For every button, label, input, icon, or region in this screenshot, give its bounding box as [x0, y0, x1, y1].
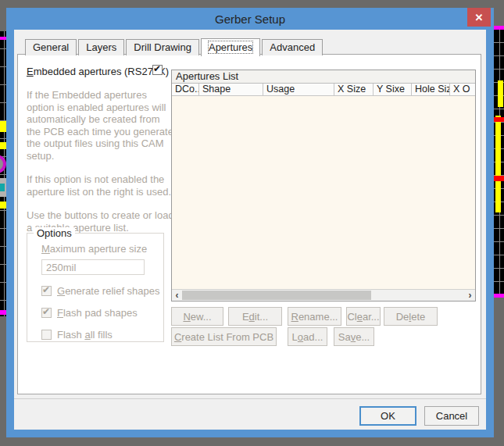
column-header-shape[interactable]: Shape	[199, 84, 263, 95]
footer-separator	[14, 398, 486, 399]
tab-general[interactable]: General	[25, 39, 77, 55]
column-header-x-offset[interactable]: X O	[450, 84, 475, 95]
column-header-y-size[interactable]: Y Sixe	[374, 84, 412, 95]
description-text: If the Embedded apertures option is enab…	[27, 89, 175, 245]
flash-all-fills-checkbox[interactable]	[41, 330, 52, 340]
list-buttons-row-1: New... Edit... Rename... Clear... Delete	[171, 307, 438, 326]
tab-drill-drawing[interactable]: Drill Drawing	[126, 39, 199, 55]
delete-button[interactable]: Delete	[384, 307, 438, 326]
column-header-x-size[interactable]: X Size	[334, 84, 374, 95]
tab-strip: General Layers Drill Drawing Apertures A…	[25, 37, 324, 55]
clear-button[interactable]: Clear...	[346, 307, 381, 326]
scroll-right-icon[interactable]: ›	[465, 290, 475, 301]
create-list-from-pcb-button[interactable]: Create List From PCB	[171, 327, 277, 346]
pcb-trace-yellow	[498, 80, 503, 107]
pcb-background-right	[494, 30, 504, 298]
flash-pad-shapes-checkbox[interactable]	[41, 308, 52, 318]
flash-all-fills-label: Flash all fills	[57, 329, 113, 341]
pcb-trace-magenta	[0, 310, 6, 315]
scrollbar-thumb[interactable]	[182, 291, 371, 300]
flash-pad-shapes-row: Flash pad shapes	[41, 307, 159, 319]
pcb-trace-red	[494, 117, 504, 122]
apertures-list-title: Apertures List	[172, 70, 475, 84]
column-header-hole-size[interactable]: Hole Size	[412, 84, 450, 95]
apertures-tab-panel: Embedded apertures (RS274X) If the Embed…	[17, 54, 481, 394]
description-paragraph: If the Embedded apertures option is enab…	[27, 89, 175, 162]
apertures-list-body[interactable]	[172, 96, 475, 289]
edit-button[interactable]: Edit...	[228, 307, 282, 326]
flash-all-fills-row: Flash all fills	[41, 329, 159, 341]
generate-relief-shapes-label: Generate relief shapes	[57, 285, 160, 297]
column-header-usage[interactable]: Usage	[263, 84, 334, 95]
pcb-trace-yellow	[0, 121, 6, 132]
tab-apertures[interactable]: Apertures	[201, 38, 260, 56]
gerber-setup-dialog: Gerber Setup ✕ General Layers Drill Draw…	[6, 8, 494, 437]
column-header-dcode[interactable]: DCo...	[172, 84, 199, 95]
generate-relief-shapes-row: Generate relief shapes	[41, 285, 159, 297]
dialog-client-area: General Layers Drill Drawing Apertures A…	[14, 30, 486, 430]
save-button[interactable]: Save...	[334, 327, 374, 346]
load-button[interactable]: Load...	[288, 327, 327, 346]
apertures-list-header: DCo... Shape Usage X Size Y Sixe Hole Si…	[172, 84, 475, 96]
pcb-background-left	[0, 31, 6, 316]
cancel-button[interactable]: Cancel	[424, 406, 479, 426]
flash-pad-shapes-label: Flash pad shapes	[57, 307, 138, 319]
list-buttons-row-2: Create List From PCB Load... Save...	[171, 327, 374, 346]
description-paragraph: If this option is not enabled the apertu…	[27, 173, 175, 198]
close-button[interactable]: ✕	[467, 8, 491, 27]
pcb-trace-yellow	[0, 202, 6, 209]
pcb-trace-yellow	[495, 116, 501, 212]
generate-relief-shapes-checkbox[interactable]	[41, 286, 52, 296]
max-aperture-size-label: Maximum aperture size	[41, 243, 159, 255]
pcb-trace-magenta	[494, 26, 504, 30]
embedded-apertures-checkbox[interactable]	[152, 65, 163, 75]
ok-button[interactable]: OK	[359, 406, 416, 426]
apertures-list-panel: Apertures List DCo... Shape Usage X Size…	[171, 70, 476, 301]
pcb-trace-magenta	[494, 294, 504, 298]
tab-advanced[interactable]: Advanced	[262, 39, 323, 55]
pcb-via-ring	[0, 155, 6, 173]
dialog-titlebar[interactable]: Gerber Setup	[6, 8, 494, 30]
options-groupbox: Options Maximum aperture size Generate r…	[27, 233, 164, 342]
horizontal-scrollbar[interactable]: ‹ ›	[172, 289, 475, 301]
options-group-title: Options	[34, 227, 75, 239]
dialog-title: Gerber Setup	[215, 12, 285, 26]
scroll-left-icon[interactable]: ‹	[172, 290, 182, 301]
new-button[interactable]: New...	[171, 307, 223, 326]
pcb-trace-magenta	[0, 37, 6, 40]
pcb-pad-center	[0, 184, 5, 191]
pcb-trace-yellow	[0, 142, 6, 149]
close-icon: ✕	[475, 12, 484, 23]
max-aperture-size-input[interactable]	[41, 259, 145, 275]
tab-layers[interactable]: Layers	[78, 39, 124, 55]
pcb-trace-red	[494, 176, 504, 181]
rename-button[interactable]: Rename...	[288, 307, 341, 326]
